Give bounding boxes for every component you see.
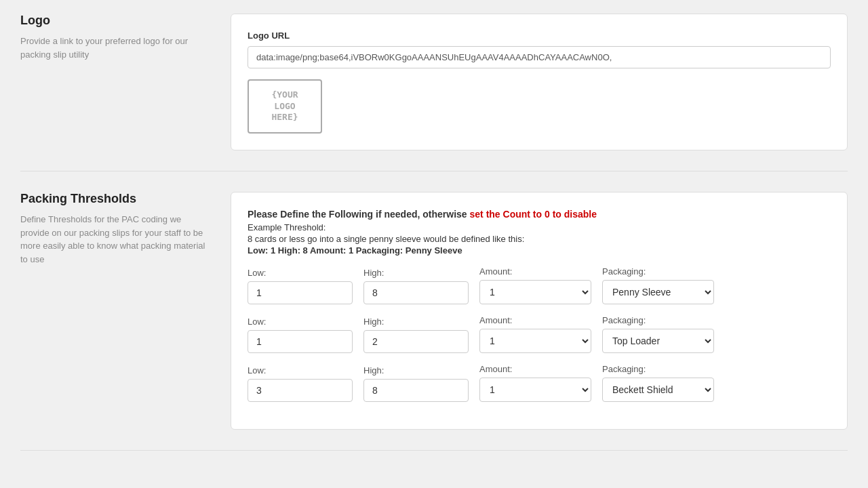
logo-section: Logo Provide a link to your preferred lo… <box>20 14 848 171</box>
packing-section-right: Please Define the Following if needed, o… <box>231 192 848 430</box>
amount-label-3: Amount: <box>479 364 591 374</box>
threshold-row2-packaging-select[interactable]: Penny Sleeve Top Loader Beckett Shield L… <box>602 329 714 353</box>
threshold-row2-high-field: High: <box>363 317 469 353</box>
threshold-row3-high-field: High: <box>363 365 469 402</box>
thresholds-header-highlight: set the Count to 0 to disable <box>470 209 597 220</box>
packing-section-description: Define Thresholds for the PAC coding we … <box>20 213 210 266</box>
threshold-row2-amount-select[interactable]: 1 2 3 <box>479 329 591 353</box>
threshold-row1-amount-select[interactable]: 1 2 3 <box>479 280 591 304</box>
threshold-row1-high-input[interactable] <box>363 281 469 304</box>
logo-section-description: Provide a link to your preferred logo fo… <box>20 35 210 61</box>
threshold-row3-packaging-field: Packaging: Penny Sleeve Top Loader Becke… <box>602 364 714 402</box>
thresholds-example-values: Low: 1 High: 8 Amount: 1 Packaging: Penn… <box>248 245 831 256</box>
logo-url-input[interactable] <box>248 46 831 68</box>
thresholds-header: Please Define the Following if needed, o… <box>248 209 831 220</box>
threshold-row3-low-field: Low: <box>248 365 353 402</box>
packaging-label-2: Packaging: <box>602 315 714 325</box>
threshold-row2-packaging-field: Packaging: Penny Sleeve Top Loader Becke… <box>602 315 714 353</box>
threshold-row3-low-input[interactable] <box>248 379 353 402</box>
logo-preview-text: {YOURLOGOHERE} <box>271 89 298 124</box>
logo-section-right: Logo URL {YOURLOGOHERE} <box>231 14 848 150</box>
low-label-3: Low: <box>248 365 353 375</box>
threshold-row1-low-field: Low: <box>248 268 353 304</box>
logo-url-label: Logo URL <box>248 30 831 41</box>
threshold-row2-amount-field: Amount: 1 2 3 <box>479 315 591 353</box>
threshold-row2-low-field: Low: <box>248 317 353 353</box>
packing-section-title: Packing Thresholds <box>20 192 210 206</box>
logo-preview: {YOURLOGOHERE} <box>248 79 322 134</box>
threshold-row3-amount-select[interactable]: 1 2 3 <box>479 378 591 402</box>
threshold-row-3: Low: High: Amount: 1 2 3 Packaging: <box>248 364 831 402</box>
packaging-label-1: Packaging: <box>602 266 714 277</box>
packing-section: Packing Thresholds Define Thresholds for… <box>20 192 848 451</box>
threshold-row3-high-input[interactable] <box>363 379 469 402</box>
thresholds-example-label: Example Threshold: <box>248 222 831 232</box>
packaging-label-3: Packaging: <box>602 364 714 374</box>
threshold-row-1: Low: High: Amount: 1 2 3 Packaging: <box>248 266 831 304</box>
threshold-row3-packaging-select[interactable]: Penny Sleeve Top Loader Beckett Shield L… <box>602 378 714 402</box>
amount-label-2: Amount: <box>479 315 591 325</box>
threshold-row1-amount-field: Amount: 1 2 3 <box>479 266 591 304</box>
threshold-row3-amount-field: Amount: 1 2 3 <box>479 364 591 402</box>
thresholds-example-detail: 8 cards or less go into a single penny s… <box>248 234 831 244</box>
low-label-1: Low: <box>248 268 353 278</box>
threshold-row2-low-input[interactable] <box>248 330 353 353</box>
logo-section-title: Logo <box>20 14 210 28</box>
threshold-row-2: Low: High: Amount: 1 2 3 Packaging: <box>248 315 831 353</box>
high-label-1: High: <box>363 268 469 278</box>
threshold-row1-packaging-select[interactable]: Penny Sleeve Top Loader Beckett Shield L… <box>602 280 714 304</box>
threshold-row1-high-field: High: <box>363 268 469 304</box>
packing-section-left: Packing Thresholds Define Thresholds for… <box>20 192 210 430</box>
logo-section-left: Logo Provide a link to your preferred lo… <box>20 14 210 150</box>
high-label-2: High: <box>363 317 469 327</box>
low-label-2: Low: <box>248 317 353 327</box>
threshold-row1-packaging-field: Packaging: Penny Sleeve Top Loader Becke… <box>602 266 714 304</box>
amount-label-1: Amount: <box>479 266 591 277</box>
threshold-row2-high-input[interactable] <box>363 330 469 353</box>
high-label-3: High: <box>363 365 469 375</box>
threshold-row1-low-input[interactable] <box>248 281 353 304</box>
thresholds-header-text: Please Define the Following if needed, o… <box>248 209 470 220</box>
